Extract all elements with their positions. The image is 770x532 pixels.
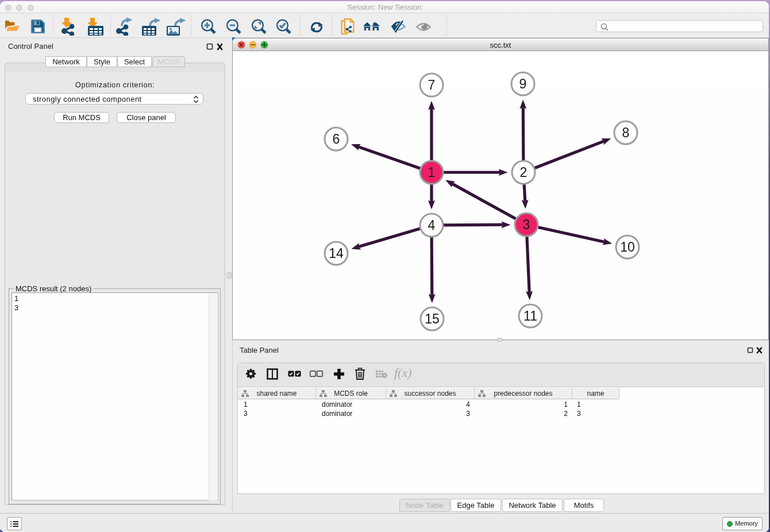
- svg-text:2: 2: [520, 165, 528, 180]
- svg-text:10: 10: [620, 240, 635, 255]
- svg-text:6: 6: [333, 132, 340, 147]
- svg-text:11: 11: [523, 309, 537, 323]
- svg-text:14: 14: [329, 246, 344, 261]
- svg-text:9: 9: [519, 76, 527, 91]
- svg-text:3: 3: [523, 217, 530, 232]
- svg-text:7: 7: [428, 78, 436, 92]
- svg-text:1: 1: [428, 165, 436, 180]
- svg-text:8: 8: [622, 125, 630, 140]
- svg-text:4: 4: [428, 218, 436, 233]
- svg-text:15: 15: [425, 311, 440, 326]
